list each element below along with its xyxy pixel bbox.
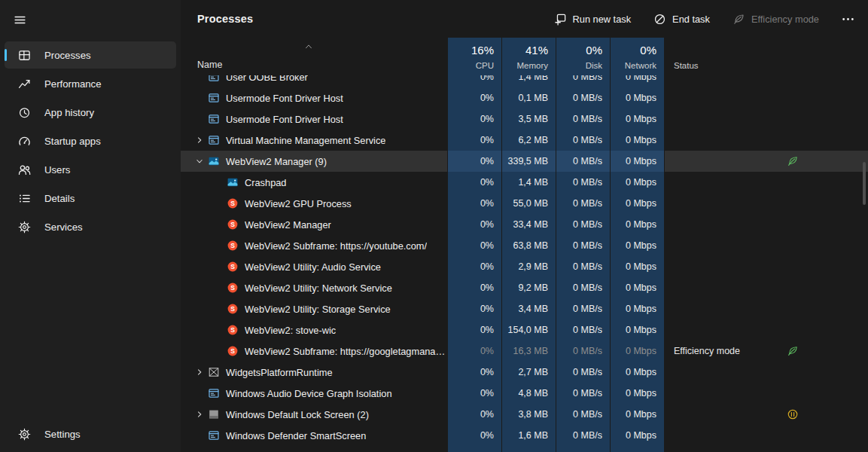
process-row[interactable]: SWebView2 GPU Process0%55,0 MB0 MB/s0 Mb… [181,193,868,214]
process-row[interactable]: Usermode Font Driver Host0%0,1 MB0 MB/s0… [181,87,868,108]
cell-disk: 0 MB/s [556,362,610,383]
cell-status: Efficiency mode [665,341,806,362]
row-filler [806,193,868,214]
process-row[interactable]: Windows Default Lock Screen (2)0%3,8 MB0… [181,404,868,425]
column-total: 0% [586,44,602,56]
cell-cpu: 0% [448,362,501,383]
row-filler [806,235,868,256]
cell-disk: 0 MB/s [556,256,610,277]
column-label: Disk [586,61,602,70]
process-row[interactable] [181,446,868,452]
process-row[interactable]: Virtual Machine Management Service0%6,2 … [181,130,868,151]
cell-cpu: 0% [448,425,501,446]
window-app-icon [208,429,220,441]
button-label: End task [672,14,710,25]
column-header-status[interactable]: Status [665,38,806,75]
cell-network: 0 Mbps [611,277,664,298]
chevron-right-icon[interactable] [191,410,208,419]
process-name-cell: Usermode Font Driver Host [181,87,447,108]
chevron-right-icon[interactable] [191,136,208,145]
sidebar-item-processes[interactable]: Processes [5,41,176,69]
sidebar-item-label: Users [44,164,70,176]
row-filler [806,298,868,319]
cell-cpu: 0% [448,172,501,193]
window-app-icon [208,75,220,83]
process-name-cell: User OOBE Broker [181,75,447,87]
cell-memory: 3,4 MB [502,298,556,319]
column-header-memory[interactable]: 41%Memory [502,38,556,75]
row-filler [806,362,868,383]
menu-button[interactable] [0,8,26,32]
process-table-body: User OOBE Broker0%1,4 MB0 MB/s0 MbpsUser… [181,75,868,452]
cell-memory: 3,8 MB [502,404,556,425]
cell-disk: 0 MB/s [556,193,610,214]
cell-cpu: 0% [448,298,501,319]
process-name-cell: SWebView2 Subframe: https://youtube.com/ [181,235,447,256]
efficiency-mode-button[interactable]: Efficiency mode [731,10,821,29]
process-name-cell: SWebView2 Utility: Storage Service [181,298,447,319]
stove-s-icon: S [227,345,239,357]
startup-apps-icon [18,135,31,148]
cell-memory: 154,0 MB [502,319,556,341]
process-row[interactable]: SWebView2 Utility: Network Service0%9,2 … [181,277,868,298]
cell-memory: 1,4 MB [502,172,556,193]
process-row[interactable]: Windows Audio Device Graph Isolation0%4,… [181,383,868,404]
column-header-name[interactable]: Name [181,38,447,75]
indent-spacer [208,330,227,331]
chevron-down-icon[interactable] [191,157,208,166]
cell-status [665,75,806,87]
cell-network [611,446,664,452]
process-row[interactable]: Usermode Font Driver Host0%3,5 MB0 MB/s0… [181,108,868,130]
process-row[interactable]: SWebView2: stove-wic0%154,0 MB0 MB/s0 Mb… [181,319,868,341]
process-row[interactable]: SWebView2 Utility: Audio Service0%2,9 MB… [181,256,868,277]
run-new-task-button[interactable]: Run new task [553,10,633,29]
cell-status [665,383,806,404]
sidebar-item-details[interactable]: Details [5,185,176,212]
process-name: Usermode Font Driver Host [226,114,343,125]
stove-s-icon: S [227,303,239,315]
cell-network: 0 Mbps [611,214,664,235]
sidebar-item-app-history[interactable]: App history [5,99,176,126]
cell-status [665,256,806,277]
process-name-cell: Crashpad [181,172,447,193]
sidebar-item-users[interactable]: Users [5,156,176,183]
process-row[interactable]: SWebView2 Manager0%33,4 MB0 MB/s0 Mbps [181,214,868,235]
button-label: Efficiency mode [751,14,819,25]
task-manager-window: ProcessesPerformanceApp historyStartup a… [0,0,868,452]
cell-status [665,151,806,172]
sidebar-item-settings[interactable]: Settings [5,420,176,447]
cell-network: 0 Mbps [611,172,664,193]
more-options-button[interactable] [840,10,856,29]
process-name: Windows Audio Device Graph Isolation [226,388,392,399]
process-row[interactable]: SWebView2 Subframe: https://googletagman… [181,341,868,362]
end-task-icon [653,13,666,26]
process-row[interactable]: Crashpad0%1,4 MB0 MB/s0 Mbps [181,172,868,193]
sidebar-item-label: App history [44,107,94,118]
process-row[interactable]: User OOBE Broker0%1,4 MB0 MB/s0 Mbps [181,75,868,87]
column-header-network[interactable]: 0%Network [611,38,664,75]
end-task-button[interactable]: End task [652,10,711,29]
sidebar-item-startup-apps[interactable]: Startup apps [5,127,176,154]
chevron-right-icon[interactable] [191,368,208,377]
process-name-cell: SWebView2 Manager [181,214,447,235]
cell-memory: 2,9 MB [502,256,556,277]
column-header-cpu[interactable]: 16%CPU [448,38,501,75]
process-row[interactable]: WebView2 Manager (9)0%339,5 MB0 MB/s0 Mb… [181,151,868,172]
cell-status [665,298,806,319]
cell-network: 0 Mbps [611,425,664,446]
svg-text:S: S [230,305,235,313]
cell-status [665,404,806,425]
column-header-disk[interactable]: 0%Disk [556,38,610,75]
cell-memory: 2,7 MB [502,362,556,383]
webview2-photo-icon [208,155,220,167]
sidebar-item-label: Settings [44,429,81,440]
row-filler [806,108,868,130]
process-row[interactable]: SWebView2 Utility: Storage Service0%3,4 … [181,298,868,319]
process-row[interactable]: SWebView2 Subframe: https://youtube.com/… [181,235,868,256]
process-row[interactable]: WidgetsPlatformRuntime0%2,7 MB0 MB/s0 Mb… [181,362,868,383]
scrollbar-thumb[interactable] [863,162,866,205]
process-row[interactable]: Windows Defender SmartScreen0%1,6 MB0 MB… [181,425,868,446]
column-label: Network [625,61,656,70]
sidebar-item-performance[interactable]: Performance [5,70,176,97]
sidebar-item-services[interactable]: Services [5,213,176,240]
